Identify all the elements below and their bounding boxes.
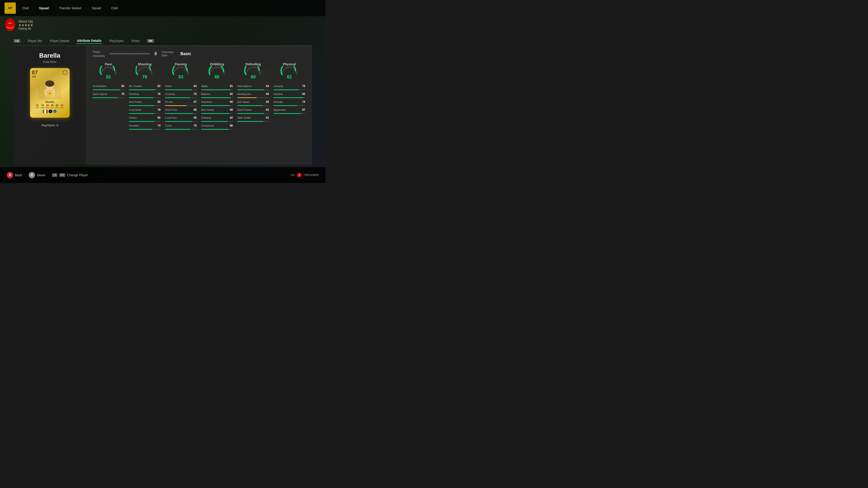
stat-bar-bg <box>129 105 160 106</box>
stat-row: Stamina 93 <box>274 92 305 99</box>
stat-bar-bg <box>201 97 233 98</box>
club-name: Mixed Obj <box>19 20 33 23</box>
stat-name: Dribbling <box>201 116 227 119</box>
card-stat-phy: 82 PHY <box>60 104 64 109</box>
stat-bar-fill <box>274 90 299 90</box>
stat-item: Stamina 93 <box>274 92 305 96</box>
svg-text:23: 23 <box>49 92 51 94</box>
stat-item: Penalties 73 <box>129 124 160 127</box>
player-rarity: Gold Rare <box>43 60 56 64</box>
svg-rect-14 <box>44 110 46 113</box>
stat-row: Def. Aware 80 <box>237 100 269 107</box>
stat-value: 79 <box>192 124 197 127</box>
category-header-physical: Physical 82 <box>274 62 305 82</box>
lb-button[interactable]: LB <box>13 39 21 43</box>
stat-bar-fill <box>274 113 301 114</box>
stat-bar-bg <box>201 129 233 130</box>
stat-bar-bg <box>129 90 160 90</box>
stat-name: Crossing <box>165 93 191 95</box>
stat-row: Agility 91 <box>201 85 233 91</box>
tab-attribute-details[interactable]: Attribute Details <box>76 38 102 44</box>
main-panel: Barella Gold Rare 87 CM T <box>13 45 312 165</box>
stat-value: 79 <box>192 92 197 96</box>
stat-bar-bg <box>237 121 269 122</box>
stat-bar-bg <box>129 129 160 130</box>
stat-bar-fill <box>237 121 264 122</box>
stat-row: Att. Position 83 <box>129 85 160 91</box>
card-position: CM <box>32 75 38 78</box>
stat-row: Balance 92 <box>201 92 233 99</box>
stat-item: Shot Power 80 <box>129 100 160 103</box>
stat-value: 83 <box>156 85 160 88</box>
stat-item: Agility 91 <box>201 85 233 88</box>
nav-squad2[interactable]: Squad <box>90 5 103 11</box>
stat-bar-bg <box>201 113 233 114</box>
stat-name: Long Shots <box>129 108 155 111</box>
stat-bar-bg <box>165 121 197 122</box>
nav-club[interactable]: Club <box>20 5 31 11</box>
lt-button-icon: LT <box>52 173 57 177</box>
chemistry-label: PlayerChemistry <box>93 51 105 58</box>
tab-playstyles[interactable]: PlayStyles <box>109 38 124 43</box>
stat-value: 83 <box>264 108 269 111</box>
stat-value: 86 <box>228 124 233 127</box>
club-badge-small-icon: IN <box>53 109 57 113</box>
stat-row: Volleys 80 <box>129 116 160 123</box>
tab-player-bio[interactable]: Player Bio <box>27 38 43 43</box>
tab-navigation: LB Player Bio Player Details Attribute D… <box>13 38 312 46</box>
stat-item: Short Pass 88 <box>165 108 197 111</box>
italy-flag-icon <box>43 110 48 113</box>
stat-bar-fill <box>201 90 230 90</box>
stat-row: Jumping 79 <box>274 85 305 91</box>
chemistry-value: 0 <box>155 52 157 56</box>
stat-name: Att. Position <box>129 85 155 88</box>
category-name-dribbling: Dribbling <box>201 62 233 66</box>
card-player-name: Barella <box>46 101 54 103</box>
stat-value: 80 <box>156 116 160 119</box>
stat-name: Penalties <box>129 124 155 127</box>
stat-value: 82 <box>228 116 233 119</box>
stat-name: Def. Aware <box>237 101 263 103</box>
views-label: Views <box>37 173 45 177</box>
stat-row: Curve 79 <box>165 124 197 131</box>
back-action[interactable]: B Back <box>7 172 22 178</box>
stat-value: 91 <box>228 85 233 88</box>
gauge-arc-pace <box>99 66 118 76</box>
tab-player-details[interactable]: Player Details <box>49 38 70 43</box>
stat-name: Ball Control <box>201 108 227 111</box>
card-portrait: 23 <box>38 79 61 99</box>
serie-a-icon: A <box>49 109 52 113</box>
stat-row: Sprint Speed 78 <box>93 92 124 99</box>
change-player-action[interactable]: LT RT Change Player <box>52 173 88 177</box>
stat-value: 76 <box>156 92 160 96</box>
b-button-icon: B <box>7 172 13 178</box>
stat-row: Penalties 73 <box>129 124 160 131</box>
top-navigation: UT Club Squad Transfer Market Squad Club <box>0 0 326 16</box>
stat-bar-fill <box>129 113 154 114</box>
rb-button[interactable]: RB <box>147 39 154 43</box>
gauge-arc-passing <box>172 66 190 76</box>
stat-value: 80 <box>156 100 160 103</box>
svg-text:LFC: LFC <box>8 22 12 24</box>
stat-bar-bg <box>129 97 160 98</box>
stat-bar-fill <box>93 90 120 90</box>
category-header-passing: Passing 83 <box>165 62 197 82</box>
views-action[interactable]: R Views <box>29 172 45 178</box>
stat-value: 93 <box>300 92 305 96</box>
nav-squad[interactable]: Squad <box>37 5 51 11</box>
stat-name: Balance <box>201 93 227 95</box>
stat-bar-fill <box>201 129 229 130</box>
chemistry-style-value: Basic <box>180 52 191 56</box>
gauge-defending: 80 <box>237 66 269 79</box>
stat-bar-bg <box>237 105 269 106</box>
nav-club2[interactable]: Club <box>110 5 120 11</box>
gauge-arc-dribbling <box>208 66 226 76</box>
nav-transfer-market[interactable]: Transfer Market <box>57 5 83 11</box>
tab-roles[interactable]: Roles <box>131 38 140 43</box>
stat-item: Long Shots 79 <box>129 108 160 111</box>
stat-bar-fill <box>165 90 192 90</box>
stat-row: Long Pass 85 <box>165 116 197 123</box>
change-player-label: Change Player <box>67 173 88 177</box>
card-stat-def: 80 DEF <box>55 104 59 109</box>
club-info: LFC Liverpool Mixed Obj ★★★★★ Rating 86 <box>4 18 33 32</box>
